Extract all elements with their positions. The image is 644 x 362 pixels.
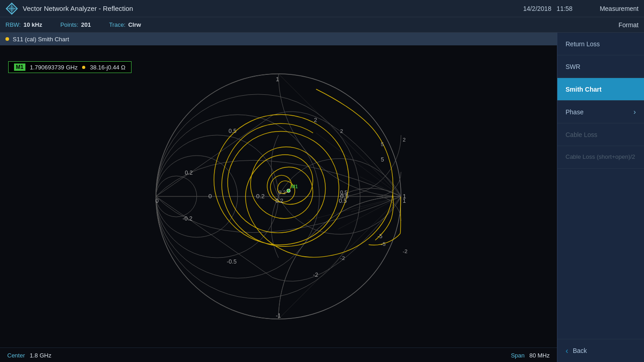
center-value: 1.8 GHz <box>29 352 51 359</box>
svg-text:-2: -2 <box>403 249 407 254</box>
svg-text:0.5: 0.5 <box>340 190 347 195</box>
marker-impedance: 38.16-j0.44 Ω <box>90 64 125 71</box>
sidebar-item-smith-chart[interactable]: Smith Chart <box>557 78 644 101</box>
svg-text:-0.5: -0.5 <box>227 259 237 265</box>
svg-text:-2: -2 <box>340 255 345 261</box>
span-value: 80 MHz <box>529 352 550 359</box>
svg-text:2: 2 <box>403 137 405 142</box>
sidebar-item-cable-loss-2: Cable Loss (short+open)/2 <box>557 146 644 169</box>
points-field[interactable]: Points: 201 <box>60 21 91 28</box>
smith-chart-area[interactable]: M1 1.790693739 GHz 38.16-j0.44 Ω <box>0 45 557 347</box>
svg-text:-5: -5 <box>381 241 385 247</box>
datetime-display: 14/2/2018 11:58 <box>523 5 572 12</box>
smith-chart-svg: 1 0.5 0.2 0 1 2 5 -5 -2 -1 0.5 0.2 -0.2 … <box>0 45 557 347</box>
svg-text:1: 1 <box>403 198 406 204</box>
svg-text:-1: -1 <box>276 313 281 319</box>
chart-title-bar: S11 (cal) Smith Chart <box>0 33 557 45</box>
span-label: Span <box>511 352 524 359</box>
rbw-label: RBW: <box>5 21 21 28</box>
svg-text:1: 1 <box>276 76 279 83</box>
marker-frequency: 1.790693739 GHz <box>30 64 78 71</box>
swr-label: SWR <box>566 63 581 70</box>
svg-text:0: 0 <box>156 198 159 204</box>
sidebar: Return Loss SWR Smith Chart Phase › Cabl… <box>557 33 644 362</box>
center-label: Center <box>7 352 25 359</box>
return-loss-label: Return Loss <box>566 40 600 48</box>
svg-text:M1: M1 <box>291 184 298 189</box>
points-label: Points: <box>60 21 78 28</box>
sidebar-item-return-loss[interactable]: Return Loss <box>557 33 644 55</box>
rbw-value: 10 kHz <box>24 21 42 28</box>
svg-text:0.2: 0.2 <box>275 198 283 204</box>
cable-loss-2-label: Cable Loss (short+open)/2 <box>566 153 635 161</box>
chart-panel: S11 (cal) Smith Chart M1 1.790693739 GHz… <box>0 33 557 362</box>
chart-bottom-bar: Center 1.8 GHz Span 80 MHz <box>0 347 557 362</box>
header: Vector Network Analyzer - Reflection 14/… <box>0 0 644 17</box>
rbw-field[interactable]: RBW: 10 kHz <box>5 21 42 28</box>
smith-chart-label: Smith Chart <box>566 86 601 93</box>
marker-dot-icon <box>82 66 85 69</box>
svg-text:2: 2 <box>340 128 343 134</box>
svg-text:-2: -2 <box>313 272 318 278</box>
sidebar-item-cable-loss: Cable Loss <box>557 123 644 146</box>
sidebar-item-phase[interactable]: Phase › <box>557 101 644 123</box>
phase-chevron-icon: › <box>634 108 636 116</box>
main-container: S11 (cal) Smith Chart M1 1.790693739 GHz… <box>0 33 644 362</box>
trace-dot-icon <box>5 37 9 41</box>
back-label: Back <box>573 347 587 354</box>
subheader: RBW: 10 kHz Points: 201 Trace: Clrw Form… <box>0 17 644 33</box>
phase-label: Phase <box>566 108 584 116</box>
back-chevron-icon: ‹ <box>566 346 568 356</box>
format-button[interactable]: Format <box>619 21 639 29</box>
svg-text:0.5: 0.5 <box>339 198 346 204</box>
chart-title: S11 (cal) Smith Chart <box>13 36 69 43</box>
sidebar-back-button[interactable]: ‹ Back <box>557 339 644 362</box>
marker-box: M1 1.790693739 GHz 38.16-j0.44 Ω <box>8 61 132 73</box>
measurement-label[interactable]: Measurement <box>600 5 639 12</box>
svg-text:0.2: 0.2 <box>185 170 192 176</box>
span-display: Span 80 MHz <box>511 351 550 359</box>
cable-loss-label: Cable Loss <box>566 131 597 138</box>
points-value: 201 <box>81 21 91 28</box>
center-display: Center 1.8 GHz <box>7 351 51 359</box>
trace-label: Trace: <box>109 21 125 28</box>
svg-text:-0.2: -0.2 <box>183 215 193 222</box>
svg-text:5: 5 <box>381 157 384 163</box>
svg-text:5: 5 <box>381 142 384 147</box>
marker-label: M1 <box>14 64 25 71</box>
sidebar-back-section: ‹ Back <box>557 339 644 362</box>
trace-field[interactable]: Trace: Clrw <box>109 21 141 28</box>
svg-text:0.2: 0.2 <box>256 193 265 200</box>
svg-text:0: 0 <box>209 193 212 200</box>
svg-point-33 <box>287 189 290 193</box>
app-title: Vector Network Analyzer - Reflection <box>23 5 523 12</box>
app-logo-icon <box>5 2 18 15</box>
trace-value: Clrw <box>128 21 141 28</box>
svg-text:2: 2 <box>314 117 317 123</box>
sidebar-item-swr[interactable]: SWR <box>557 55 644 78</box>
